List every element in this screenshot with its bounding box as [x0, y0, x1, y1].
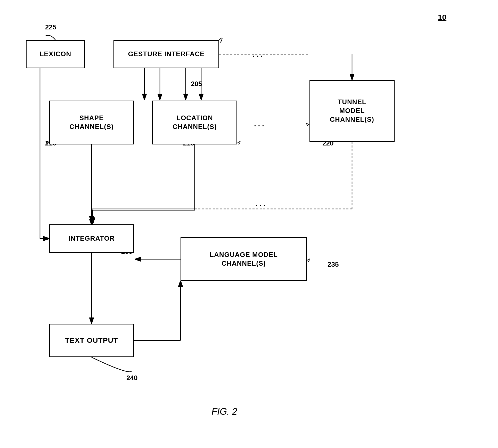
ref-205: 205 — [191, 80, 202, 88]
integrator-box: INTEGRATOR — [49, 224, 134, 253]
svg-text:. . .: . . . — [254, 120, 264, 128]
text-output-box: TEXT OUTPUT — [49, 324, 134, 357]
svg-text:. . .: . . . — [255, 200, 265, 208]
fig-label: FIG. 2 — [211, 406, 237, 417]
language-model-box: LANGUAGE MODEL CHANNEL(S) — [181, 237, 307, 281]
tunnel-model-box: TUNNEL MODEL CHANNEL(S) — [309, 80, 395, 142]
diagram: 10 225 205 210 215 220 230 235 240 LEXIC… — [0, 0, 498, 448]
ref-225: 225 — [45, 23, 56, 31]
diagram-title: 10 — [438, 13, 446, 22]
ref-240: 240 — [126, 374, 137, 382]
shape-channel-box: SHAPE CHANNEL(S) — [49, 101, 134, 144]
location-channel-box: LOCATION CHANNEL(S) — [152, 101, 237, 144]
gesture-interface-box: GESTURE INTERFACE — [113, 40, 219, 68]
ref-235: 235 — [328, 260, 339, 268]
svg-text:. . .: . . . — [253, 50, 263, 58]
lexicon-box: LEXICON — [26, 40, 85, 68]
